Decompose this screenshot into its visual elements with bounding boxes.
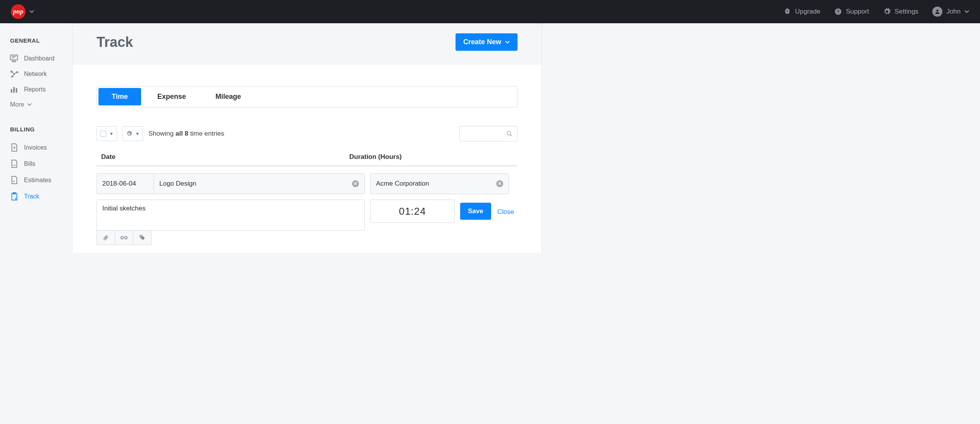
svg-rect-16 <box>11 89 12 93</box>
close-link[interactable]: Close <box>497 207 514 216</box>
chevron-down-icon <box>27 103 32 106</box>
rocket-icon <box>783 8 791 16</box>
sidebar: GENERAL Dashboard Network Reports More B… <box>0 23 72 253</box>
column-duration: Duration (Hours) <box>349 153 402 161</box>
topbar: pnp Upgrade ? Support Settings <box>0 0 980 23</box>
sidebar-label: Estimates <box>24 177 51 184</box>
bills-icon <box>10 160 19 168</box>
support-link[interactable]: ? Support <box>834 8 869 16</box>
upgrade-label: Upgrade <box>795 8 820 16</box>
sidebar-label: Track <box>24 193 39 200</box>
client-field[interactable]: Acme Corporation ✕ <box>370 173 509 194</box>
tab-expense[interactable]: Expense <box>144 88 199 105</box>
table-header: Date Duration (Hours) <box>97 153 518 166</box>
gear-icon <box>883 8 891 16</box>
column-date: Date <box>101 153 349 161</box>
paperclip-icon <box>103 234 109 241</box>
duration-field[interactable]: 01:24 <box>370 200 455 223</box>
sidebar-item-invoices[interactable]: Invoices <box>10 140 64 156</box>
sidebar-item-bills[interactable]: Bills <box>10 156 64 172</box>
sidebar-more-label: More <box>10 101 24 108</box>
svg-rect-17 <box>13 87 15 93</box>
tag-button[interactable] <box>133 230 152 245</box>
tabbar: Time Expense Mileage <box>97 86 518 107</box>
svg-point-25 <box>507 131 511 135</box>
svg-point-29 <box>140 236 141 237</box>
bulk-actions-dropdown[interactable]: ▼ <box>122 126 143 141</box>
svg-point-10 <box>16 72 18 73</box>
sidebar-item-reports[interactable]: Reports <box>10 82 64 97</box>
attachment-toolbar <box>97 230 365 245</box>
sidebar-label: Network <box>24 71 47 78</box>
attachment-button[interactable] <box>97 230 115 245</box>
select-all-dropdown[interactable]: ▼ <box>97 126 117 141</box>
sidebar-label: Bills <box>24 160 35 167</box>
checkbox-icon <box>100 131 106 137</box>
toolbar: ▼ ▼ Showing all 8 time entries <box>97 126 518 141</box>
create-new-button[interactable]: Create New <box>455 33 518 51</box>
link-button[interactable] <box>115 230 133 245</box>
reports-icon <box>10 86 19 93</box>
svg-text:?: ? <box>837 9 840 14</box>
svg-line-15 <box>12 74 14 76</box>
settings-label: Settings <box>895 8 918 16</box>
sidebar-item-track[interactable]: Track <box>10 188 64 205</box>
estimates-icon <box>10 176 19 184</box>
main-header: Track Create New <box>72 23 542 64</box>
clear-project-icon[interactable]: ✕ <box>352 180 359 187</box>
description-field[interactable]: Initial sketches <box>97 200 365 231</box>
search-icon <box>506 131 512 137</box>
upgrade-link[interactable]: Upgrade <box>783 8 820 16</box>
project-field[interactable]: Logo Design ✕ <box>154 173 365 194</box>
sidebar-label: Reports <box>24 86 46 93</box>
main: Track Create New Time Expense Mileage ▼ <box>72 23 542 253</box>
create-new-label: Create New <box>463 38 501 46</box>
chevron-down-icon <box>964 10 969 13</box>
dashboard-icon <box>10 55 19 62</box>
svg-point-12 <box>14 74 15 74</box>
sidebar-more[interactable]: More <box>10 97 64 112</box>
search-input[interactable] <box>459 126 518 141</box>
content: Time Expense Mileage ▼ ▼ Showing all 8 t… <box>72 64 542 253</box>
avatar-icon <box>932 7 942 17</box>
tag-icon <box>139 234 145 241</box>
clear-client-icon[interactable]: ✕ <box>496 180 503 187</box>
invoices-icon <box>10 143 19 152</box>
topbar-right: Upgrade ? Support Settings John <box>783 7 969 17</box>
sidebar-heading-general: GENERAL <box>10 37 64 44</box>
sidebar-item-network[interactable]: Network <box>10 66 64 82</box>
support-label: Support <box>846 8 869 16</box>
network-icon <box>10 70 19 78</box>
logo-dropdown-caret[interactable] <box>29 10 34 13</box>
sidebar-item-estimates[interactable]: Estimates <box>10 172 64 188</box>
entry-row: 2018-06-04 Logo Design ✕ Acme Corporatio… <box>97 173 518 245</box>
date-field[interactable]: 2018-06-04 <box>97 173 154 194</box>
topbar-left: pnp <box>11 4 34 19</box>
track-icon <box>10 192 19 201</box>
page-title: Track <box>97 34 133 50</box>
sidebar-label: Dashboard <box>24 55 54 62</box>
user-menu[interactable]: John <box>932 7 969 17</box>
sidebar-heading-billing: BILLING <box>10 126 64 133</box>
sidebar-label: Invoices <box>24 144 47 151</box>
chevron-down-icon: ▼ <box>135 131 140 136</box>
app-logo[interactable]: pnp <box>11 4 26 19</box>
user-name: John <box>946 8 961 16</box>
showing-text: Showing all 8 time entries <box>148 130 224 138</box>
help-icon: ? <box>834 8 842 16</box>
settings-link[interactable]: Settings <box>883 8 918 16</box>
svg-rect-18 <box>16 88 17 93</box>
svg-point-2 <box>936 10 938 12</box>
link-icon <box>121 236 128 240</box>
tab-time[interactable]: Time <box>98 88 141 105</box>
svg-line-13 <box>12 72 14 74</box>
sidebar-item-dashboard[interactable]: Dashboard <box>10 51 64 66</box>
chevron-down-icon: ▼ <box>109 131 114 136</box>
save-button[interactable]: Save <box>460 203 491 220</box>
gear-icon <box>126 131 132 137</box>
tab-mileage[interactable]: Mileage <box>202 88 254 105</box>
svg-line-26 <box>510 134 512 136</box>
chevron-down-icon <box>505 41 510 44</box>
svg-line-14 <box>15 72 17 74</box>
